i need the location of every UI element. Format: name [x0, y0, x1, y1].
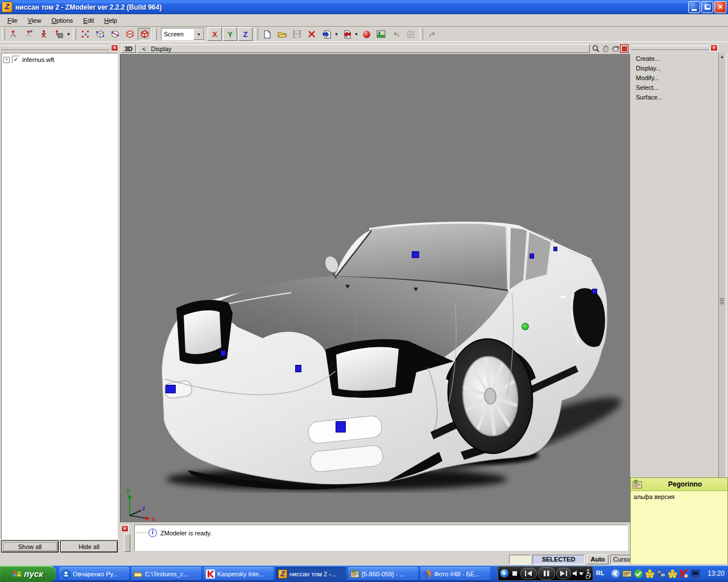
volume-button[interactable]	[572, 569, 585, 578]
space-dropdown-button[interactable]: ▼	[193, 28, 204, 40]
panel-grip[interactable]	[631, 45, 709, 50]
menu-view[interactable]: View	[23, 16, 47, 25]
commands-panel-header[interactable]: ×	[631, 44, 718, 51]
scene-marker-blue[interactable]	[553, 247, 557, 251]
hide-all-button[interactable]: Hide all	[60, 541, 118, 552]
sticky-note[interactable]: Pegorinno альфа версия	[630, 477, 728, 564]
visibility-checkbox[interactable]: ✓	[12, 56, 20, 64]
export-button[interactable]	[340, 28, 353, 40]
menu-select[interactable]: Select...	[636, 83, 663, 93]
sticky-note-header[interactable]: Pegorinno	[631, 478, 727, 491]
minimize-button[interactable]	[688, 1, 700, 13]
menu-modify[interactable]: Modify...	[636, 73, 663, 83]
maximize-view-button[interactable]	[620, 44, 628, 53]
open-file-button[interactable]	[275, 28, 289, 40]
import-button[interactable]	[320, 28, 333, 40]
taskbar-clock[interactable]: 13:20	[708, 569, 725, 577]
close-log-icon[interactable]: ×	[121, 525, 129, 532]
scene-marker-blue[interactable]	[166, 385, 176, 393]
figure-tool-button[interactable]	[37, 28, 51, 40]
scene-marker-green[interactable]	[522, 323, 529, 330]
menu-options[interactable]: Options	[46, 16, 78, 25]
taskbar-item-notes[interactable]: [5-860-059] - ...	[348, 567, 418, 580]
log-scrollbar[interactable]	[124, 534, 130, 552]
tray-antivirus-status-icon[interactable]	[634, 569, 643, 579]
scene-marker-blue[interactable]	[412, 251, 419, 258]
taskbar-item-explorer[interactable]: C:\Textures_c...	[131, 567, 201, 580]
toolbar-grip[interactable]	[255, 28, 258, 40]
axis-x-button[interactable]: X	[208, 27, 222, 41]
auto-button[interactable]: Auto	[587, 555, 609, 564]
show-all-button[interactable]: Show all	[1, 541, 59, 552]
pause-button[interactable]	[538, 567, 555, 580]
texture-browser-button[interactable]	[374, 28, 388, 40]
panel-grip[interactable]	[1, 45, 109, 50]
note-body[interactable]: альфа версия	[631, 491, 727, 564]
export-dropdown-arrow[interactable]: ▼	[354, 28, 359, 40]
car-model[interactable]: y z x	[121, 54, 630, 522]
tool-dropdown-arrow[interactable]: ▼	[66, 28, 71, 40]
menu-display[interactable]: Display...	[636, 64, 663, 73]
tree-item-label[interactable]: infernus.wft	[22, 56, 54, 63]
previous-track-button[interactable]	[520, 568, 537, 579]
toolbar-options-button[interactable]	[586, 569, 591, 579]
viewport-display-menu[interactable]: Display	[151, 45, 171, 52]
tree-expander[interactable]: +	[3, 57, 10, 63]
taskbar-item-kaspersky[interactable]: Kaspersky Inte...	[204, 567, 274, 580]
new-file-button[interactable]	[260, 28, 274, 40]
viewport-menu-collapse[interactable]: <	[142, 45, 146, 52]
vertices-mode-button[interactable]	[78, 28, 92, 40]
toolbar-grip[interactable]	[73, 28, 76, 40]
menu-create[interactable]: Create...	[636, 54, 663, 64]
next-track-button[interactable]	[556, 568, 571, 579]
skin-tool-button[interactable]	[52, 28, 65, 40]
menu-edit[interactable]: Edit	[78, 16, 99, 25]
3d-viewport[interactable]: y z x	[120, 54, 630, 522]
tray-notes-icon[interactable]	[622, 569, 632, 579]
scroll-up-icon[interactable]: ▲	[719, 54, 725, 60]
tray-icq-flower2-icon[interactable]	[668, 569, 677, 579]
tray-icq-flower-icon[interactable]	[645, 569, 655, 579]
axis-y-button[interactable]: Y	[223, 27, 237, 41]
edges-mode-button[interactable]	[93, 28, 107, 40]
scene-marker-blue[interactable]	[295, 365, 301, 372]
taskbar-item-firefox[interactable]: Фото #48 - БЕ...	[420, 567, 490, 580]
taskbar-item-messenger[interactable]: Овчаренко Ру...	[59, 567, 129, 580]
start-button[interactable]: пуск	[0, 566, 56, 582]
space-dropdown[interactable]: Screen ▼	[161, 28, 205, 40]
language-indicator[interactable]: RL	[596, 569, 605, 576]
orbit-tool-button[interactable]	[610, 44, 620, 53]
scene-marker-blue[interactable]	[530, 253, 534, 259]
toolbar-grip[interactable]	[420, 28, 423, 40]
polygons-mode-button[interactable]	[108, 28, 122, 40]
close-button[interactable]: ✕	[714, 1, 726, 13]
bone-tool-button[interactable]	[22, 28, 36, 40]
pan-tool-button[interactable]	[601, 44, 610, 53]
stop-button[interactable]	[510, 569, 519, 578]
tree-row[interactable]: + ✓ infernus.wft	[2, 53, 117, 64]
menu-file[interactable]: File	[2, 16, 23, 25]
restore-button[interactable]	[701, 1, 713, 13]
scene-marker-blue[interactable]	[336, 421, 346, 433]
objects-mode-button[interactable]	[138, 28, 151, 40]
close-panel-icon[interactable]: ×	[710, 44, 718, 51]
pose-tool-button[interactable]	[7, 28, 21, 40]
toolbar-grip[interactable]	[154, 28, 157, 40]
scene-marker-blue[interactable]	[592, 289, 597, 294]
scene-tree-panel-header[interactable]: ×	[1, 44, 118, 51]
close-panel-icon[interactable]: ×	[111, 44, 118, 51]
menu-help[interactable]: Help	[99, 16, 122, 25]
tray-display-icon[interactable]	[690, 569, 700, 579]
scrollbar-thumb[interactable]	[720, 298, 724, 305]
scene-marker-blue[interactable]	[221, 350, 226, 356]
tray-network-icon[interactable]	[656, 569, 666, 579]
zoom-tool-button[interactable]	[591, 44, 601, 53]
panel-scrollbar[interactable]: ▲	[718, 53, 726, 478]
delete-button[interactable]	[305, 28, 318, 40]
import-dropdown-arrow[interactable]: ▼	[334, 28, 339, 40]
material-editor-button[interactable]	[359, 28, 373, 40]
view-mode-button[interactable]: 3D	[121, 44, 136, 53]
tray-collapse-icon[interactable]	[611, 569, 621, 579]
axis-z-button[interactable]: Z	[238, 27, 253, 41]
taskbar-item-zmodeler[interactable]: Z ниссан том 2 -...	[276, 567, 346, 580]
